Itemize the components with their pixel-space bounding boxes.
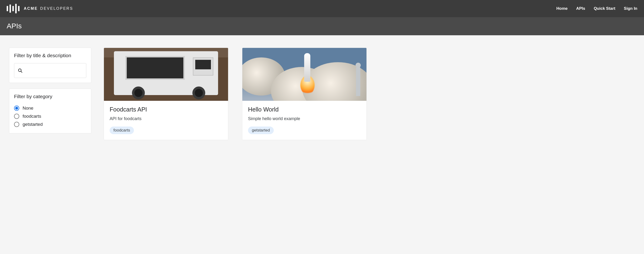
api-card-grid: Foodcarts API API for foodcarts foodcart…	[104, 48, 635, 140]
category-radio-getstarted[interactable]: getstarted	[14, 120, 86, 129]
card-image-foodtruck	[104, 48, 228, 101]
category-radio-label: None	[22, 105, 33, 111]
nav-apis[interactable]: APIs	[576, 6, 585, 11]
brand-text: ACME DEVELOPERS	[24, 7, 73, 11]
nav-signin[interactable]: Sign In	[624, 6, 637, 11]
brand-name-strong: ACME	[24, 7, 38, 11]
card-tag-chip[interactable]: getstarted	[248, 126, 274, 134]
filter-category-heading: Filter by category	[14, 94, 86, 99]
radio-icon	[14, 114, 19, 119]
card-tag-chip[interactable]: foodcarts	[110, 126, 134, 134]
filter-sidebar: Filter by title & description Filter by …	[9, 48, 91, 134]
api-card[interactable]: Foodcarts API API for foodcarts foodcart…	[104, 48, 228, 140]
top-nav: ACME DEVELOPERS Home APIs Quick Start Si…	[0, 0, 644, 17]
category-radio-foodcarts[interactable]: foodcarts	[14, 112, 86, 120]
page-title: APIs	[7, 22, 637, 30]
search-icon	[18, 68, 22, 73]
filter-text-panel: Filter by title & description	[9, 48, 91, 83]
primary-nav: Home APIs Quick Start Sign In	[556, 6, 637, 11]
brand-logo-icon	[7, 4, 20, 13]
brand-name-light: DEVELOPERS	[40, 7, 73, 11]
card-image-rocket	[242, 48, 366, 101]
page-subheader: APIs	[0, 17, 644, 35]
card-title: Hello World	[248, 106, 361, 113]
main-content: Filter by title & description Filter by …	[0, 35, 644, 153]
category-radio-label: getstarted	[22, 122, 43, 127]
filter-text-searchbox[interactable]	[14, 63, 86, 78]
card-body: Foodcarts API API for foodcarts foodcart…	[104, 101, 228, 140]
filter-category-panel: Filter by category None foodcarts getsta…	[9, 89, 91, 134]
card-title: Foodcarts API	[110, 106, 222, 113]
svg-line-1	[21, 71, 22, 72]
brand[interactable]: ACME DEVELOPERS	[7, 4, 73, 13]
category-radio-label: foodcarts	[22, 114, 41, 119]
card-description: API for foodcarts	[110, 116, 222, 121]
card-body: Hello World Simple hello world example g…	[242, 101, 366, 140]
nav-home[interactable]: Home	[556, 6, 568, 11]
radio-icon	[14, 122, 19, 127]
category-radio-none[interactable]: None	[14, 104, 86, 112]
api-card[interactable]: Hello World Simple hello world example g…	[242, 48, 367, 140]
nav-quickstart[interactable]: Quick Start	[594, 6, 616, 11]
filter-text-heading: Filter by title & description	[14, 53, 86, 58]
search-input[interactable]	[25, 68, 86, 73]
radio-icon	[14, 105, 19, 111]
card-description: Simple hello world example	[248, 116, 361, 121]
